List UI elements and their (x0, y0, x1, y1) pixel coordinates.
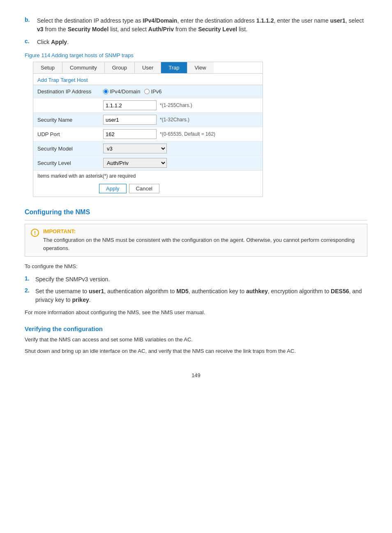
udp-port-hint: *(0-65535, Default = 162) (160, 131, 215, 137)
security-name-row: Security Name *(1-32Chars.) (33, 113, 263, 127)
important-label: IMPORTANT: (43, 228, 361, 234)
nms-step-2-num: 2. (25, 287, 35, 304)
security-name-input[interactable] (103, 115, 157, 125)
nms-step-1-text: Specify the SNMPv3 version. (35, 275, 110, 284)
security-level-label: Security Level (37, 160, 103, 166)
step-c: c. Click Apply. (25, 38, 367, 46)
security-model-select[interactable]: v1 v2c v3 (103, 144, 167, 153)
nms-step-1-num: 1. (25, 275, 35, 284)
nms-footer: For more information about configuring t… (25, 308, 367, 317)
page-number: 149 (25, 372, 367, 378)
destination-ip-controls: IPv4/Domain IPv6 (103, 88, 258, 95)
ip-address-input[interactable] (103, 100, 157, 110)
step-b: b. Select the destination IP address typ… (25, 16, 367, 34)
udp-port-input[interactable] (103, 129, 157, 139)
ipv4-radio[interactable] (103, 89, 108, 94)
security-model-controls: v1 v2c v3 (103, 144, 258, 153)
tab-user[interactable]: User (135, 62, 161, 73)
security-level-row: Security Level NoAuth/NoPriv Auth/NoPriv… (33, 156, 263, 170)
apply-button[interactable]: Apply (99, 184, 127, 193)
nms-step-2-text: Set the username to user1, authenticatio… (35, 287, 367, 304)
verifying-heading: Verifying the configuration (25, 325, 367, 332)
configuring-nms-heading: Configuring the NMS (25, 209, 367, 216)
security-name-controls: *(1-32Chars.) (103, 115, 258, 125)
ipv4-radio-label[interactable]: IPv4/Domain (103, 88, 140, 95)
tab-group[interactable]: Group (105, 62, 135, 73)
important-box: ! IMPORTANT: The configuration on the NM… (25, 224, 367, 257)
step-c-text: Click Apply. (37, 38, 69, 46)
step-b-text: Select the destination IP address type a… (37, 16, 367, 34)
step-c-label: c. (25, 38, 35, 46)
figure-title: Figure 114 Adding target hosts of SNMP t… (25, 52, 367, 58)
destination-ip-row: Destination IP Address IPv4/Domain IPv6 (33, 85, 263, 98)
tab-community[interactable]: Community (62, 62, 105, 73)
verifying-text-1: Verify that the NMS can access and set s… (25, 336, 367, 344)
tab-view[interactable]: View (187, 62, 214, 73)
form-actions: Apply Cancel (33, 181, 263, 197)
step-b-label: b. (25, 16, 35, 34)
verifying-text-2: Shut down and bring up an idle interface… (25, 347, 367, 356)
ip-input-controls: *(1-255Chars.) (103, 100, 258, 110)
form-section-title: Add Trap Target Host (33, 74, 263, 85)
nms-steps: 1. Specify the SNMPv3 version. 2. Set th… (25, 275, 367, 304)
cancel-button[interactable]: Cancel (129, 184, 159, 193)
form-container: Add Trap Target Host Destination IP Addr… (33, 73, 263, 197)
tab-bar: Setup Community Group User Trap View (33, 62, 263, 73)
required-note: Items marked with an asterisk(*) are req… (33, 170, 263, 181)
nms-step-2: 2. Set the username to user1, authentica… (25, 287, 367, 304)
section-divider (25, 220, 367, 220)
destination-ip-label: Destination IP Address (37, 88, 103, 95)
important-icon: ! (31, 229, 39, 237)
security-name-label: Security Name (37, 117, 103, 123)
udp-port-row: UDP Port *(0-65535, Default = 162) (33, 127, 263, 141)
important-text: The configuration on the NMS must be con… (43, 236, 361, 252)
ip-input-row: *(1-255Chars.) (33, 98, 263, 113)
nms-intro: To configure the NMS: (25, 262, 367, 271)
ipv6-radio[interactable] (144, 89, 150, 94)
ip-hint: *(1-255Chars.) (160, 102, 192, 108)
nms-step-1: 1. Specify the SNMPv3 version. (25, 275, 367, 284)
udp-port-controls: *(0-65535, Default = 162) (103, 129, 258, 139)
security-model-row: Security Model v1 v2c v3 (33, 141, 263, 156)
tab-setup[interactable]: Setup (33, 62, 62, 73)
ipv6-radio-label[interactable]: IPv6 (144, 88, 161, 95)
security-model-label: Security Model (37, 146, 103, 152)
tab-trap[interactable]: Trap (161, 62, 187, 73)
ip-type-radio-group: IPv4/Domain IPv6 (103, 88, 161, 95)
security-level-select[interactable]: NoAuth/NoPriv Auth/NoPriv Auth/Priv (103, 158, 167, 168)
udp-port-label: UDP Port (37, 131, 103, 137)
security-level-controls: NoAuth/NoPriv Auth/NoPriv Auth/Priv (103, 158, 258, 168)
security-name-hint: *(1-32Chars.) (160, 117, 189, 123)
important-content: IMPORTANT: The configuration on the NMS … (43, 228, 361, 252)
